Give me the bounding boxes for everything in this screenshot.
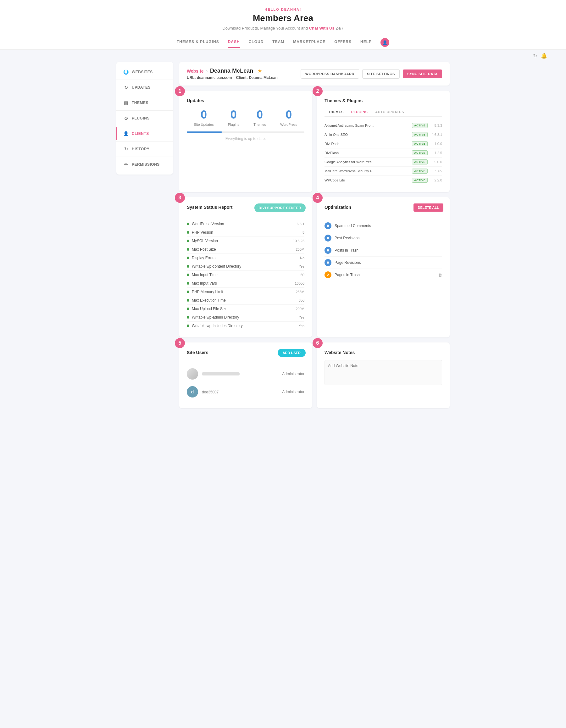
plugin-version-4: 9.0.0: [431, 160, 442, 164]
chat-link[interactable]: Chat With Us: [309, 26, 335, 31]
status-value-8: 256M: [296, 290, 304, 294]
user-avatar-1: d: [187, 386, 198, 397]
status-label-10: Max Upload File Size: [192, 307, 296, 311]
trash-icon-4[interactable]: 🗑: [438, 273, 442, 277]
plugin-name-0: Akismet Anti-spam: Spam Prot...: [325, 124, 409, 127]
delete-all-button[interactable]: DELETE ALL: [413, 203, 443, 212]
refresh-icon[interactable]: ↻: [533, 53, 537, 59]
star-icon[interactable]: ★: [258, 68, 262, 74]
sidebar-item-permissions[interactable]: ✏ PERMISSIONS: [116, 158, 173, 171]
optimization-title: Optimization: [325, 205, 351, 210]
tab-themes[interactable]: THEMES: [325, 108, 347, 116]
main-nav: THEMES & PLUGINS DASH CLOUD TEAM MARKETP…: [6, 36, 560, 49]
status-dot-5: [187, 265, 189, 268]
status-value-10: 200M: [296, 307, 304, 311]
status-label-11: Writable wp-admin Directory: [192, 315, 299, 320]
site-updates-count: 0: [194, 108, 214, 121]
sidebar-item-themes[interactable]: ▤ THEMES: [116, 97, 173, 109]
status-label-4: Display Errors: [192, 256, 300, 260]
sidebar-item-websites[interactable]: 🌐 WEBSITES: [116, 66, 173, 78]
opt-row-2: 0 Posts in Trash: [325, 244, 442, 257]
sidebar: 🌐 WEBSITES ↻ UPDATES ▤ THEMES ⊙ PLUGINS …: [116, 62, 173, 175]
nav-offers[interactable]: OFFERS: [334, 40, 352, 48]
status-dot-6: [187, 274, 189, 276]
plugin-row-3: DiviFlash ACTIVE 1.2.5: [325, 148, 442, 158]
status-value-3: 200M: [296, 247, 304, 251]
opt-count-2: 0: [325, 247, 331, 254]
themes-stat: 0 Themes: [253, 108, 266, 126]
plugin-status-1: ACTIVE: [412, 132, 428, 137]
sidebar-item-updates[interactable]: ↻ UPDATES: [116, 81, 173, 94]
wordpress-count: 0: [280, 108, 297, 121]
status-value-5: Yes: [299, 264, 304, 268]
nav-themes-plugins[interactable]: THEMES & PLUGINS: [177, 40, 219, 48]
status-label-2: MySQL Version: [192, 239, 293, 243]
status-label-9: Max Execution Time: [192, 298, 299, 303]
tab-auto-updates[interactable]: AUTO UPDATES: [371, 108, 408, 116]
status-row-0: WordPress Version 6.6.1: [187, 220, 304, 228]
status-row-12: Writable wp-includes Directory Yes: [187, 322, 304, 330]
site-users-header: Site Users ADD USER: [187, 350, 304, 360]
sidebar-item-history[interactable]: ↻ HISTORY: [116, 143, 173, 155]
status-value-0: 6.6.1: [297, 222, 304, 226]
sidebar-item-clients[interactable]: 👤 CLIENTS: [116, 127, 173, 140]
opt-row-1: 0 Post Revisions: [325, 232, 442, 244]
plugin-version-6: 2.2.0: [431, 178, 442, 182]
themes-label: Themes: [253, 123, 266, 126]
nav-help[interactable]: HELP: [360, 40, 372, 48]
opt-count-4: 2: [325, 271, 331, 278]
updates-card: 1 Updates 0 Site Updates 0 Plugins 0 The…: [179, 91, 312, 192]
user-name-0: [202, 372, 278, 375]
website-breadcrumb-link[interactable]: Website: [187, 69, 203, 74]
history-icon: ↻: [124, 147, 129, 152]
status-dot-11: [187, 316, 189, 319]
nav-cloud[interactable]: CLOUD: [249, 40, 264, 48]
plugin-version-3: 1.2.5: [431, 151, 442, 155]
status-dot-9: [187, 299, 189, 302]
hello-text: HELLO DEANNA!: [6, 8, 560, 11]
section-number-1: 1: [175, 86, 185, 96]
notification-icon[interactable]: 🔔: [541, 53, 547, 59]
updates-title: Updates: [187, 98, 304, 103]
user-avatar[interactable]: 👤: [380, 38, 389, 47]
status-dot-12: [187, 325, 189, 327]
opt-count-1: 0: [325, 235, 331, 242]
add-user-button[interactable]: ADD USER: [278, 349, 306, 357]
plugins-count: 0: [228, 108, 239, 121]
breadcrumb-arrow: ›: [206, 69, 208, 74]
opt-label-3: Page Revisions: [335, 260, 442, 265]
content-area: Website › Deanna McLean ★ URL: deannamcl…: [173, 62, 450, 413]
status-row-10: Max Upload File Size 200M: [187, 305, 304, 313]
toolbar: ↻ 🔔: [0, 50, 566, 62]
divi-support-center-button[interactable]: DIVI SUPPORT CENTER: [254, 203, 306, 212]
status-row-1: PHP Version 8: [187, 228, 304, 237]
plugin-status-5: ACTIVE: [412, 169, 428, 174]
plugin-name-5: MalCare WordPress Security P...: [325, 169, 409, 173]
nav-dash[interactable]: DASH: [228, 40, 240, 48]
plugin-row-2: Divi Dash ACTIVE 1.0.0: [325, 139, 442, 148]
status-dot-8: [187, 291, 189, 293]
nav-team[interactable]: TEAM: [272, 40, 284, 48]
status-value-4: No: [300, 256, 304, 260]
site-settings-button[interactable]: SITE SETTINGS: [362, 69, 400, 79]
status-row-9: Max Execution Time 300: [187, 296, 304, 305]
plugin-row-4: Google Analytics for WordPres... ACTIVE …: [325, 158, 442, 167]
sync-site-data-button[interactable]: SYNC SITE DATA: [403, 69, 442, 78]
plugin-name-4: Google Analytics for WordPres...: [325, 160, 409, 164]
status-value-12: Yes: [299, 324, 304, 328]
user-role-1: Administrator: [282, 390, 304, 394]
user-name-blur-0: [202, 372, 240, 375]
website-notes-card: 6 Website Notes: [317, 342, 450, 408]
opt-label-1: Post Revisions: [335, 236, 442, 240]
website-notes-textarea[interactable]: [325, 360, 442, 385]
system-status-header: System Status Report DIVI SUPPORT CENTER: [187, 205, 304, 215]
sidebar-item-plugins[interactable]: ⊙ PLUGINS: [116, 112, 173, 125]
updates-progress-bar: [187, 131, 304, 133]
wordpress-dashboard-button[interactable]: WORDPRESS DASHBOARD: [301, 69, 359, 79]
tab-plugins[interactable]: PLUGINS: [347, 108, 371, 116]
section-number-4: 4: [313, 193, 323, 203]
nav-marketplace[interactable]: MARKETPLACE: [293, 40, 325, 48]
status-row-4: Display Errors No: [187, 254, 304, 262]
plugin-status-0: ACTIVE: [412, 123, 428, 128]
section-number-5: 5: [175, 338, 185, 348]
